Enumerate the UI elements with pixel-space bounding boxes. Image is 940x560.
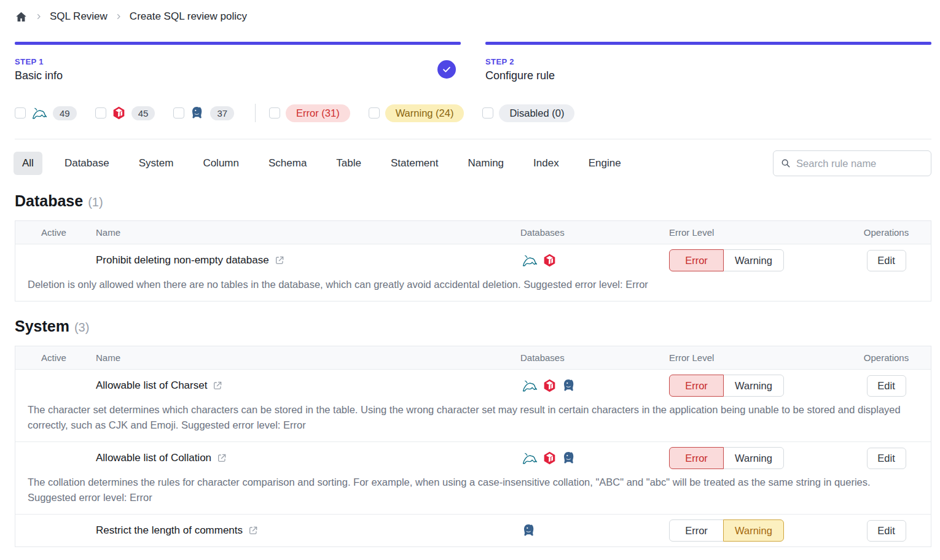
engine-filter[interactable]: 37	[173, 106, 234, 120]
toggle-knob	[28, 532, 40, 544]
vertical-divider	[255, 104, 256, 122]
rule-name-link[interactable]: Restrict the length of comments	[96, 524, 520, 537]
level-pill[interactable]: Disabled (0)	[499, 104, 574, 122]
tab-database[interactable]: Database	[65, 152, 109, 175]
postgresql-icon	[562, 378, 576, 393]
step-title: Basic info	[15, 69, 461, 82]
external-link-icon	[213, 381, 222, 391]
step-complete-icon	[437, 60, 456, 79]
rule-block: Restrict the length of comments Error Wa…	[15, 514, 931, 546]
step-indicator: STEP 1 Basic info STEP 2 Configure rule	[15, 42, 931, 82]
table-row: Prohibit deleting non-empty database Err…	[15, 244, 931, 276]
tab-schema[interactable]: Schema	[268, 152, 307, 175]
tab-statement[interactable]: Statement	[391, 152, 439, 175]
edit-button[interactable]: Edit	[867, 375, 906, 397]
create-sql-review-policy-page: SQL Review Create SQL review policy STEP…	[0, 0, 940, 560]
level-checkbox[interactable]	[482, 107, 493, 119]
warning-level-button[interactable]: Warning	[723, 447, 784, 469]
error-level-button[interactable]: Error	[669, 519, 724, 542]
level-pill[interactable]: Warning (24)	[385, 104, 464, 122]
tab-index[interactable]: Index	[533, 152, 559, 175]
level-checkbox[interactable]	[369, 107, 380, 119]
tab-engine[interactable]: Engine	[589, 152, 621, 175]
rule-name: Allowable list of Charset	[96, 379, 207, 392]
tab-column[interactable]: Column	[203, 152, 239, 175]
external-link-icon	[248, 526, 258, 535]
tidb-icon	[542, 253, 557, 268]
tab-table[interactable]: Table	[336, 152, 361, 175]
rule-name-link[interactable]: Allowable list of Collation	[96, 452, 520, 464]
engine-filter[interactable]: 49	[15, 106, 77, 120]
operations-cell: Edit	[842, 250, 931, 271]
error-level-cell: Error Warning	[669, 249, 842, 271]
tab-naming[interactable]: Naming	[468, 152, 504, 175]
edit-button[interactable]: Edit	[867, 250, 906, 271]
engine-count-badge: 45	[131, 106, 155, 120]
tidb-icon	[112, 106, 126, 120]
col-header-operations: Operations	[842, 227, 931, 238]
edit-button[interactable]: Edit	[867, 448, 906, 469]
error-level-button[interactable]: Error	[669, 375, 724, 397]
engine-checkbox[interactable]	[173, 107, 184, 119]
rule-block: Allowable list of Collation Error Warnin…	[15, 441, 931, 514]
operations-cell: Edit	[842, 448, 931, 469]
level-filter[interactable]: Error (31)	[269, 104, 350, 122]
edit-button[interactable]: Edit	[867, 520, 906, 542]
mysql-icon	[522, 451, 538, 465]
engine-count-badge: 37	[210, 106, 234, 120]
table-header-row: Active Name Databases Error Level Operat…	[15, 221, 931, 244]
error-level-button[interactable]: Error	[669, 447, 724, 469]
external-link-icon	[217, 453, 227, 463]
databases-cell	[520, 378, 669, 393]
col-header-active: Active	[15, 227, 96, 238]
engine-icon-slot	[190, 106, 205, 120]
tab-system[interactable]: System	[139, 152, 174, 175]
rule-block: Prohibit deleting non-empty database Err…	[15, 244, 931, 301]
table-row: Allowable list of Charset Error Warning …	[15, 370, 931, 402]
breadcrumb: SQL Review Create SQL review policy	[15, 7, 931, 26]
tab-all[interactable]: All	[14, 152, 42, 175]
step-label: STEP 2	[485, 57, 931, 66]
engine-icon-slot	[31, 106, 47, 120]
rule-name-link[interactable]: Prohibit deleting non-empty database	[96, 254, 520, 266]
level-filter[interactable]: Disabled (0)	[482, 104, 574, 122]
section-title: System	[15, 317, 69, 335]
breadcrumb-sql-review[interactable]: SQL Review	[50, 10, 108, 23]
warning-level-button[interactable]: Warning	[723, 375, 784, 397]
engine-filter[interactable]: 45	[95, 106, 155, 120]
rule-name-link[interactable]: Allowable list of Charset	[96, 379, 520, 392]
warning-level-button[interactable]: Warning	[723, 519, 784, 542]
rule-table: Active Name Databases Error Level Operat…	[15, 220, 931, 301]
external-link-icon	[275, 255, 284, 265]
level-filter[interactable]: Warning (24)	[369, 104, 464, 122]
databases-cell	[520, 451, 669, 465]
level-checkbox[interactable]	[269, 107, 280, 119]
level-pill[interactable]: Error (31)	[286, 104, 350, 122]
table-body: Allowable list of Charset Error Warning …	[15, 370, 931, 546]
table-body: Prohibit deleting non-empty database Err…	[15, 244, 931, 301]
wizard-step[interactable]: STEP 2 Configure rule	[485, 42, 931, 82]
home-icon[interactable]	[15, 10, 28, 23]
col-header-databases: Databases	[520, 227, 669, 238]
wizard-step[interactable]: STEP 1 Basic info	[15, 42, 461, 82]
operations-cell: Edit	[842, 375, 931, 397]
engine-checkbox[interactable]	[95, 107, 106, 119]
step-title: Configure rule	[485, 69, 931, 82]
col-header-databases: Databases	[520, 352, 669, 363]
engine-checkbox[interactable]	[15, 107, 26, 119]
operations-cell: Edit	[842, 520, 931, 542]
tabs-list: AllDatabaseSystemColumnSchemaTableStatem…	[15, 152, 651, 175]
error-level-button[interactable]: Error	[669, 249, 724, 271]
rule-section: Database (1) Active Name Databases Error…	[15, 192, 931, 301]
engine-count-badge: 49	[53, 106, 77, 120]
warning-level-button[interactable]: Warning	[723, 249, 784, 271]
error-level-cell: Error Warning	[669, 519, 842, 542]
search-rule-field[interactable]	[773, 150, 931, 176]
col-header-operations: Operations	[842, 352, 931, 363]
mysql-icon	[522, 253, 538, 268]
table-header-row: Active Name Databases Error Level Operat…	[15, 346, 931, 370]
error-level-cell: Error Warning	[669, 447, 842, 469]
col-header-error-level: Error Level	[669, 352, 842, 363]
search-input[interactable]	[796, 158, 923, 169]
engine-icon-slot	[112, 106, 126, 120]
